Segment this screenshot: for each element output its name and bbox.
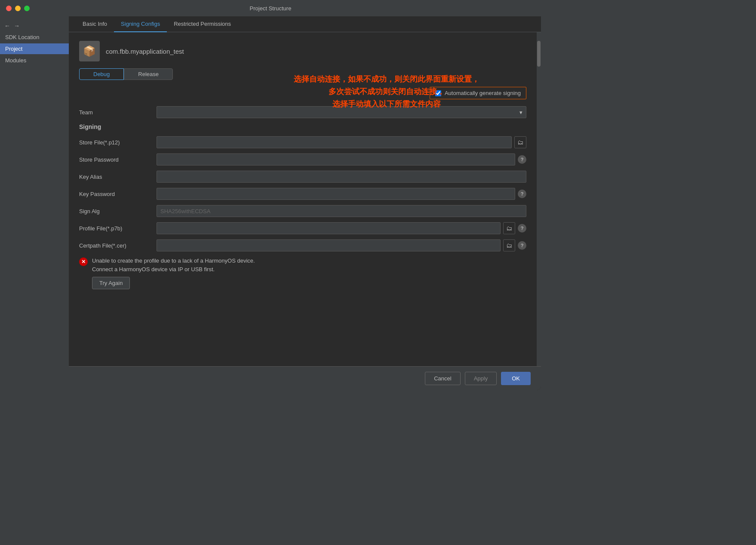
store-file-input-wrap: 🗂: [157, 136, 526, 148]
auto-sign-box: Automatically generate signing: [430, 87, 526, 99]
content-with-scroll: 选择自动连接，如果不成功，则关闭此界面重新设置， 多次尝试不成功则关闭自动连接，…: [69, 32, 541, 366]
profile-file-input-wrap: 🗂 ?: [157, 222, 526, 234]
auto-sign-row: Automatically generate signing: [79, 87, 526, 99]
project-header: 📦 com.fbb.myapplication_test: [79, 41, 526, 61]
key-password-input-wrap: ?: [157, 188, 526, 200]
release-button[interactable]: Release: [124, 68, 173, 80]
main-layout: ← → SDK Location Project Modules Basic I…: [0, 16, 541, 390]
dropdown-arrow: ▾: [519, 109, 522, 116]
team-dropdown[interactable]: ▾: [157, 106, 526, 118]
cancel-button[interactable]: Cancel: [425, 372, 460, 385]
signing-section-title: Signing: [79, 123, 526, 130]
sign-alg-label: Sign Alg: [79, 208, 157, 214]
certpath-file-input[interactable]: [157, 239, 501, 251]
team-row: Team ▾: [79, 106, 526, 118]
key-alias-input-wrap: [157, 171, 526, 183]
sign-alg-row: Sign Alg: [79, 205, 526, 217]
key-alias-label: Key Alias: [79, 174, 157, 180]
project-icon: 📦: [79, 41, 100, 61]
profile-file-help-btn[interactable]: ?: [518, 224, 526, 233]
key-password-input[interactable]: [157, 188, 515, 200]
store-password-input[interactable]: [157, 153, 515, 165]
certpath-file-input-wrap: 🗂 ?: [157, 239, 526, 251]
profile-file-label: Profile File(*.p7b): [79, 225, 157, 232]
close-button[interactable]: [6, 6, 12, 11]
apply-button[interactable]: Apply: [465, 372, 497, 385]
sidebar-nav: ← →: [0, 21, 69, 31]
profile-file-folder-btn[interactable]: 🗂: [503, 222, 515, 234]
minimize-button[interactable]: [15, 6, 21, 11]
sign-alg-input-wrap: [157, 205, 526, 217]
store-file-folder-btn[interactable]: 🗂: [514, 136, 526, 148]
key-password-label: Key Password: [79, 191, 157, 197]
error-icon: ✕: [79, 257, 88, 266]
certpath-file-help-btn[interactable]: ?: [518, 241, 526, 250]
certpath-file-label: Certpath File(*.cer): [79, 242, 157, 249]
window-title: Project Structure: [250, 5, 292, 12]
tab-basic-info[interactable]: Basic Info: [76, 16, 114, 32]
tabs-bar: Basic Info Signing Configs Restricted Pe…: [69, 16, 541, 32]
sign-alg-input[interactable]: [157, 205, 526, 217]
maximize-button[interactable]: [24, 6, 30, 11]
scrollbar-thumb[interactable]: [537, 41, 541, 67]
main-panel: 📦 com.fbb.myapplication_test Debug Relea…: [69, 32, 537, 303]
sidebar: ← → SDK Location Project Modules: [0, 16, 69, 390]
debug-button[interactable]: Debug: [79, 68, 124, 80]
team-input-wrap: ▾: [157, 106, 526, 118]
title-bar: Project Structure: [0, 0, 541, 16]
tab-signing-configs[interactable]: Signing Configs: [114, 16, 167, 32]
store-password-label: Store Password: [79, 156, 157, 163]
forward-arrow[interactable]: →: [14, 22, 20, 29]
store-file-input[interactable]: [157, 136, 512, 148]
store-password-row: Store Password ?: [79, 153, 526, 165]
store-file-row: Store File(*.p12) 🗂: [79, 136, 526, 148]
team-label: Team: [79, 109, 157, 116]
key-alias-input[interactable]: [157, 171, 526, 183]
debug-release-toggle: Debug Release: [79, 68, 526, 80]
project-name: com.fbb.myapplication_test: [106, 48, 184, 55]
store-password-help-btn[interactable]: ?: [518, 155, 526, 164]
content-area: Basic Info Signing Configs Restricted Pe…: [69, 16, 541, 390]
tab-restricted-permissions[interactable]: Restricted Permissions: [167, 16, 238, 32]
profile-file-row: Profile File(*.p7b) 🗂 ?: [79, 222, 526, 234]
key-password-row: Key Password ?: [79, 188, 526, 200]
vertical-scrollbar: [537, 32, 541, 366]
store-file-label: Store File(*.p12): [79, 139, 157, 146]
auto-sign-checkbox[interactable]: [435, 90, 441, 96]
key-alias-row: Key Alias: [79, 171, 526, 183]
back-arrow[interactable]: ←: [4, 22, 10, 29]
certpath-file-row: Certpath File(*.cer) 🗂 ?: [79, 239, 526, 251]
ok-button[interactable]: OK: [501, 372, 531, 385]
try-again-button[interactable]: Try Again: [92, 277, 130, 289]
key-password-help-btn[interactable]: ?: [518, 190, 526, 198]
store-password-input-wrap: ?: [157, 153, 526, 165]
bottom-bar: Cancel Apply OK: [69, 366, 541, 390]
sidebar-item-sdk-location[interactable]: SDK Location: [0, 32, 69, 43]
panel-relative: 选择自动连接，如果不成功，则关闭此界面重新设置， 多次尝试不成功则关闭自动连接，…: [69, 32, 537, 366]
certpath-file-folder-btn[interactable]: 🗂: [503, 239, 515, 251]
traffic-lights: [6, 6, 30, 11]
error-text: Unable to create the profile due to a la…: [92, 257, 255, 289]
error-row: ✕ Unable to create the profile due to a …: [79, 257, 526, 289]
auto-sign-label: Automatically generate signing: [445, 90, 521, 96]
sidebar-item-project[interactable]: Project: [0, 43, 69, 54]
sidebar-item-modules[interactable]: Modules: [0, 55, 69, 66]
profile-file-input[interactable]: [157, 222, 501, 234]
